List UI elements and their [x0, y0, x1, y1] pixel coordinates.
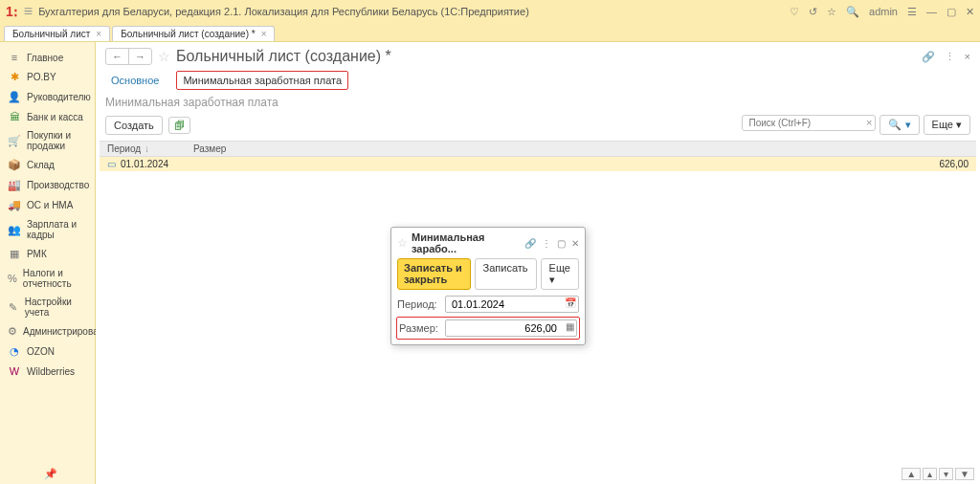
- sidebar-item[interactable]: 👤Руководителю: [0, 87, 95, 107]
- sidebar-item[interactable]: 📦Склад: [0, 155, 95, 175]
- sidebar-item[interactable]: %Налоги и отчетность: [0, 264, 95, 293]
- sidebar-item[interactable]: ≡Главное: [0, 48, 95, 67]
- more-button[interactable]: Еще ▾: [541, 258, 579, 290]
- sidebar-label: РМК: [27, 249, 47, 259]
- tab-min-wage[interactable]: Минимальная заработная плата: [176, 71, 348, 90]
- sidebar-label: Руководителю: [27, 92, 91, 102]
- user-label[interactable]: admin: [869, 6, 898, 17]
- dialog-toolbar: Записать и закрыть Записать Еще ▾: [391, 258, 585, 294]
- document-tabbar: Больничный лист × Больничный лист (созда…: [0, 23, 980, 42]
- app-topbar: 1꞉ ≡ Бухгалтерия для Беларуси, редакция …: [0, 0, 980, 23]
- section-title: Минимальная заработная плата: [96, 96, 980, 115]
- sidebar-item[interactable]: 🛒Покупки и продажи: [0, 126, 95, 155]
- size-input[interactable]: [450, 321, 559, 335]
- col-period[interactable]: Период ↓: [107, 143, 193, 154]
- sidebar-item[interactable]: 🏭Производство: [0, 175, 95, 195]
- logo-1c: 1꞉: [6, 4, 18, 19]
- size-row: Размер: ▦: [396, 317, 580, 340]
- dialog-titlebar: ☆ Минимальная зарабо... 🔗 ⋮ ▢ ✕: [391, 228, 585, 258]
- sidebar-item[interactable]: ✎Настройки учета: [0, 293, 95, 321]
- sidebar-label: Главное: [27, 53, 63, 63]
- scroll-up-icon[interactable]: ▴: [923, 468, 937, 480]
- sidebar-item[interactable]: ◔OZON: [0, 341, 95, 362]
- period-label: Период:: [397, 298, 441, 310]
- period-row: Период: 📅: [391, 294, 585, 315]
- sidebar-icon: ▦: [8, 248, 21, 260]
- toolbar: Создать 🗐 × 🔍 ▾ Еще ▾: [96, 115, 980, 141]
- star-icon[interactable]: ☆: [827, 6, 836, 18]
- search-button[interactable]: 🔍 ▾: [880, 115, 919, 135]
- subtabs: Основное Минимальная заработная плата: [96, 71, 980, 96]
- row-icon: ▭: [107, 159, 121, 169]
- bell-icon[interactable]: ♡: [790, 6, 799, 18]
- scroll-down-icon[interactable]: ▾: [939, 468, 953, 480]
- minimize-icon[interactable]: —: [926, 6, 937, 17]
- link-icon[interactable]: 🔗: [922, 51, 935, 63]
- save-close-button[interactable]: Записать и закрыть: [397, 258, 471, 290]
- back-icon[interactable]: ←: [106, 49, 129, 64]
- sidebar-icon: ✎: [8, 301, 19, 314]
- col-size[interactable]: Размер: [193, 143, 969, 154]
- close-icon[interactable]: ×: [96, 29, 101, 39]
- sidebar-label: Банк и касса: [27, 112, 83, 122]
- sidebar-item[interactable]: ⚙Администрирование: [0, 321, 95, 341]
- app-title: Бухгалтерия для Беларуси, редакция 2.1. …: [38, 6, 784, 17]
- more-icon[interactable]: ⋮: [945, 51, 955, 63]
- tab-sick-leave-create[interactable]: Больничный лист (создание) * ×: [112, 26, 275, 41]
- dialog-min-wage: ☆ Минимальная зарабо... 🔗 ⋮ ▢ ✕ Записать…: [390, 227, 586, 345]
- search-input[interactable]: [742, 115, 876, 131]
- maximize-icon[interactable]: ▢: [947, 6, 956, 18]
- period-input[interactable]: [450, 297, 561, 311]
- copy-button[interactable]: 🗐: [168, 117, 190, 134]
- sidebar-icon: 🏛: [8, 111, 21, 122]
- sidebar-item[interactable]: 🚚ОС и НМА: [0, 195, 95, 215]
- link-icon[interactable]: 🔗: [524, 238, 536, 249]
- sidebar-item[interactable]: WWildberries: [0, 362, 95, 381]
- sidebar-item[interactable]: 🏛Банк и касса: [0, 107, 95, 126]
- create-button[interactable]: Создать: [105, 116, 163, 135]
- pin-icon[interactable]: 📌: [44, 468, 57, 480]
- history-icon[interactable]: ↺: [809, 6, 817, 18]
- tab-main[interactable]: Основное: [105, 72, 165, 89]
- sidebar-label: Склад: [27, 160, 55, 170]
- sidebar-icon: %: [8, 273, 17, 284]
- sidebar-item[interactable]: ✱PO.BY: [0, 67, 95, 87]
- forward-icon[interactable]: →: [129, 49, 151, 64]
- sort-icon: ↓: [145, 143, 149, 154]
- clear-icon[interactable]: ×: [866, 117, 872, 128]
- calendar-icon[interactable]: 📅: [565, 297, 576, 308]
- settings-icon[interactable]: ☰: [907, 6, 917, 18]
- sidebar-label: Покупки и продажи: [27, 130, 87, 151]
- sidebar-icon: ≡: [8, 52, 21, 63]
- close-icon[interactable]: ✕: [966, 6, 974, 18]
- page-title: Больничный лист (создание) *: [176, 48, 391, 65]
- menu-icon[interactable]: ≡: [24, 3, 33, 20]
- close-icon[interactable]: ✕: [571, 238, 579, 249]
- favorite-icon[interactable]: ☆: [397, 236, 408, 250]
- sidebar-icon: W: [8, 365, 21, 377]
- scroll-top-icon[interactable]: ▲: [902, 468, 921, 480]
- calculator-icon[interactable]: ▦: [566, 321, 574, 332]
- sidebar-item[interactable]: 👥Зарплата и кадры: [0, 215, 95, 244]
- sidebar-item[interactable]: ▦РМК: [0, 244, 95, 264]
- more-button[interactable]: Еще ▾: [924, 115, 970, 135]
- sidebar-icon: 🚚: [8, 199, 21, 211]
- maximize-icon[interactable]: ▢: [557, 238, 566, 249]
- table-row[interactable]: ▭ 01.01.2024 626,00: [100, 157, 976, 171]
- sidebar-icon: 📦: [8, 159, 21, 171]
- doc-header: ← → ☆ Больничный лист (создание) * 🔗 ⋮ ×: [96, 42, 980, 71]
- search-icon[interactable]: 🔍: [846, 6, 859, 18]
- sidebar-label: Зарплата и кадры: [27, 219, 87, 240]
- tab-sick-leave[interactable]: Больничный лист ×: [4, 26, 110, 41]
- save-button[interactable]: Записать: [475, 258, 537, 290]
- close-icon[interactable]: ×: [965, 51, 970, 63]
- sidebar-label: Налоги и отчетность: [23, 268, 87, 289]
- sidebar-icon: 👥: [8, 224, 21, 236]
- favorite-icon[interactable]: ☆: [158, 49, 170, 64]
- sidebar-icon: 👤: [8, 91, 21, 103]
- more-icon[interactable]: ⋮: [542, 238, 551, 249]
- close-icon[interactable]: ×: [261, 29, 267, 39]
- sidebar-label: Производство: [27, 180, 89, 190]
- scroll-bottom-icon[interactable]: ▼: [955, 468, 974, 480]
- sidebar-icon: ✱: [8, 71, 21, 83]
